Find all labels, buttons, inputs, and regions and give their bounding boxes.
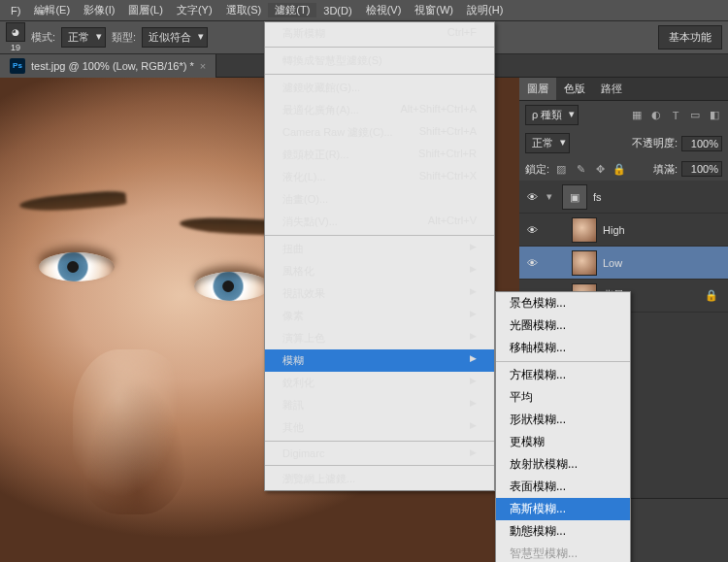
panel-tab-圖層[interactable]: 圖層	[519, 78, 556, 100]
tool-icon[interactable]: ◕	[6, 22, 25, 42]
menu-item[interactable]: 液化(L)...Shift+Ctrl+X	[265, 166, 494, 188]
lock-paint-icon[interactable]: ✎	[573, 161, 588, 177]
menu-9[interactable]: 視窗(W)	[408, 3, 460, 17]
menu-item[interactable]: 消失點(V)...Alt+Ctrl+V	[265, 211, 494, 233]
mode-label: 模式:	[31, 30, 55, 45]
type-label: 類型:	[112, 30, 136, 45]
fill-label: 填滿:	[653, 162, 678, 177]
close-icon[interactable]: ×	[200, 60, 206, 72]
menu-4[interactable]: 文字(Y)	[170, 3, 219, 17]
lock-trans-icon[interactable]: ▨	[553, 161, 569, 177]
opacity-label: 不透明度:	[632, 136, 678, 150]
menu-item[interactable]: 模糊▶	[265, 349, 494, 372]
type-select[interactable]: 近似符合	[142, 27, 208, 48]
submenu-item[interactable]: 平均	[496, 386, 630, 409]
chevron-down-icon[interactable]: ▾	[546, 190, 556, 203]
menu-item[interactable]: 轉換成智慧型濾鏡(S)	[265, 50, 494, 72]
submenu-item[interactable]: 更模糊	[496, 431, 630, 453]
panel-tab-路徑[interactable]: 路徑	[593, 78, 630, 100]
mode-select[interactable]: 正常	[61, 27, 106, 48]
menu-item[interactable]: 扭曲▶	[265, 238, 494, 260]
lock-all-icon[interactable]: 🔒	[612, 161, 627, 177]
menu-item[interactable]: 油畫(O)...	[265, 188, 494, 211]
submenu-item[interactable]: 形狀模糊...	[496, 409, 630, 431]
menu-item: 濾鏡收藏館(G)...	[265, 77, 494, 99]
menu-1[interactable]: 編輯(E)	[27, 3, 77, 17]
menu-item[interactable]: 最適化廣角(A)...Alt+Shift+Ctrl+A	[265, 99, 494, 121]
menubar: F)編輯(E)影像(I)圖層(L)文字(Y)選取(S)濾鏡(T)3D(D)檢視(…	[0, 0, 728, 21]
kind-filter[interactable]: ρ 種類	[525, 105, 579, 125]
submenu-item[interactable]: 高斯模糊...	[496, 498, 630, 520]
visibility-icon[interactable]: 👁	[523, 224, 541, 236]
menu-5[interactable]: 選取(S)	[219, 3, 269, 17]
menu-8[interactable]: 檢視(V)	[359, 3, 409, 17]
tab-title: test.jpg @ 100% (Low, RGB/16*) *	[31, 60, 194, 72]
filter-shape-icon[interactable]: ▭	[687, 108, 703, 123]
lock-icon: 🔒	[705, 289, 718, 302]
menu-item[interactable]: 鏡頭校正(R)...Shift+Ctrl+R	[265, 144, 494, 166]
panel-tabs: 圖層色版路徑	[519, 78, 728, 101]
submenu-item[interactable]: 放射狀模糊...	[496, 453, 630, 476]
panel-tab-色版[interactable]: 色版	[556, 78, 593, 100]
menu-item: Digimarc▶	[265, 444, 494, 463]
submenu-item[interactable]: 表面模糊...	[496, 476, 630, 498]
layer-folder[interactable]: 👁 ▾ ▣ fs	[519, 181, 728, 214]
ps-icon: Ps	[10, 58, 25, 74]
filter-adjust-icon[interactable]: ◐	[648, 108, 664, 123]
menu-3[interactable]: 圖層(L)	[121, 3, 169, 17]
menu-item[interactable]: 高斯模糊Ctrl+F	[265, 22, 494, 45]
tool-number: 19	[11, 43, 20, 52]
menu-10[interactable]: 說明(H)	[460, 3, 510, 17]
menu-2[interactable]: 影像(I)	[77, 3, 121, 17]
menu-item[interactable]: 像素▶	[265, 305, 494, 327]
menu-item[interactable]: 雜訊▶	[265, 394, 494, 416]
layer-row[interactable]: 👁High	[519, 214, 728, 247]
lock-label: 鎖定:	[525, 162, 549, 177]
filter-image-icon[interactable]: ▦	[629, 108, 645, 123]
menu-item[interactable]: Camera Raw 濾鏡(C)...Shift+Ctrl+A	[265, 121, 494, 144]
folder-icon: ▣	[562, 184, 587, 210]
menu-7[interactable]: 3D(D)	[316, 5, 358, 17]
filter-smart-icon[interactable]: ◧	[707, 108, 722, 123]
layer-thumb[interactable]	[572, 217, 597, 243]
menu-item[interactable]: 演算上色▶	[265, 327, 494, 349]
submenu-item[interactable]: 景色模糊...	[496, 292, 630, 314]
layer-row[interactable]: 👁Low	[519, 247, 728, 280]
submenu-item: 智慧型模糊...	[496, 543, 630, 562]
layer-name: Low	[603, 257, 622, 269]
submenu-item[interactable]: 移軸模糊...	[496, 337, 630, 359]
filter-menu: 高斯模糊Ctrl+F轉換成智慧型濾鏡(S)濾鏡收藏館(G)...最適化廣角(A)…	[264, 21, 495, 491]
menu-6[interactable]: 濾鏡(T)	[268, 3, 316, 17]
filter-text-icon[interactable]: T	[668, 108, 683, 123]
fill-value[interactable]: 100%	[681, 161, 722, 177]
submenu-item[interactable]: 方框模糊...	[496, 364, 630, 386]
folder-name: fs	[593, 191, 602, 203]
blur-submenu: 景色模糊...光圈模糊...移軸模糊...方框模糊...平均形狀模糊...更模糊…	[495, 291, 631, 562]
menu-item[interactable]: 瀏覽網上濾鏡...	[265, 468, 494, 490]
opacity-value[interactable]: 100%	[681, 136, 722, 151]
layer-name: High	[603, 224, 625, 236]
visibility-icon[interactable]: 👁	[523, 257, 541, 269]
lock-pos-icon[interactable]: ✥	[592, 161, 608, 177]
menu-item[interactable]: 其他▶	[265, 416, 494, 439]
menu-item[interactable]: 銳利化▶	[265, 372, 494, 394]
visibility-icon[interactable]: 👁	[523, 191, 541, 203]
document-tab[interactable]: Ps test.jpg @ 100% (Low, RGB/16*) * ×	[0, 54, 216, 78]
blend-mode-select[interactable]: 正常	[525, 133, 570, 153]
submenu-item[interactable]: 動態模糊...	[496, 520, 630, 543]
menu-item[interactable]: 視訊效果▶	[265, 282, 494, 305]
layer-thumb[interactable]	[572, 250, 597, 276]
menu-0[interactable]: F)	[4, 5, 27, 17]
workspace-button[interactable]: 基本功能	[658, 25, 722, 50]
menu-item[interactable]: 風格化▶	[265, 260, 494, 282]
submenu-item[interactable]: 光圈模糊...	[496, 314, 630, 337]
